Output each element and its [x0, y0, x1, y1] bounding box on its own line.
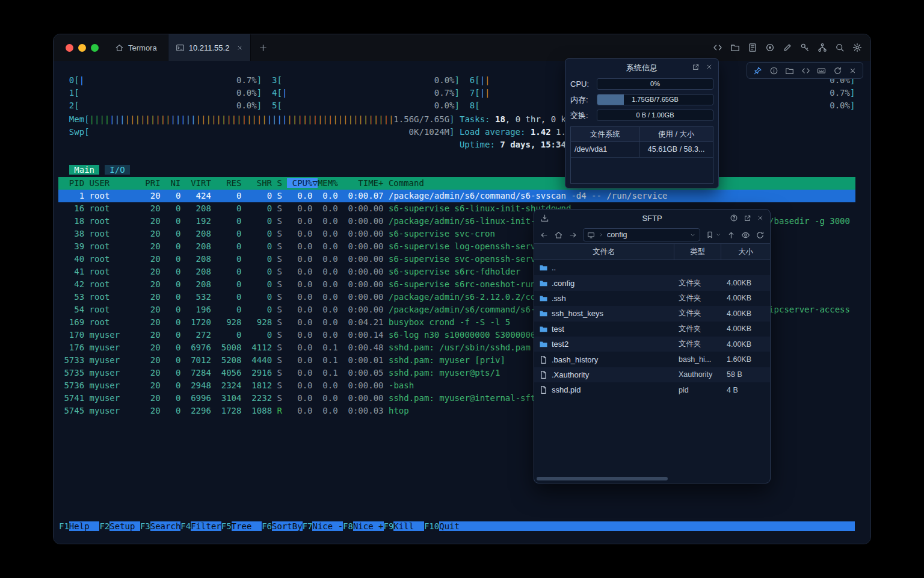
usage-col-header: 使用 / 大小 — [639, 127, 713, 141]
file-type: 文件夹 — [674, 306, 721, 321]
minimize-window-button[interactable] — [78, 44, 86, 52]
filename-col-header[interactable]: 文件名 — [534, 244, 674, 259]
code-icon[interactable] — [801, 66, 810, 75]
file-row[interactable]: .config文件夹4.00KB — [534, 275, 770, 290]
folder-icon — [539, 309, 548, 318]
file-row[interactable]: .XauthorityXauthority58 B — [534, 367, 770, 382]
file-icon — [539, 355, 548, 364]
keyboard-icon[interactable] — [817, 66, 826, 75]
file-name: test — [552, 325, 564, 334]
edit-icon[interactable] — [783, 43, 792, 52]
sftp-toolbar: config — [534, 226, 770, 243]
fkey-f2-setup[interactable]: F2Setup — [99, 521, 140, 531]
help-icon[interactable] — [730, 214, 738, 222]
transfers-icon[interactable] — [540, 214, 549, 223]
cpu-meter-row-1: 0[| 0.7%] 3[ 0.0%] 6[|| 0.0%] — [58, 74, 855, 87]
file-row[interactable]: sshd.pidpid4 B — [534, 382, 770, 397]
key-icon[interactable] — [800, 43, 810, 52]
fkey-f3-search[interactable]: F3Search — [140, 521, 180, 531]
fkey-f7-nice[interactable]: F7Nice - — [303, 521, 343, 531]
size-col-header[interactable]: 大小 — [721, 244, 770, 259]
file-name: ssh_host_keys — [552, 309, 603, 318]
back-icon[interactable] — [540, 231, 549, 240]
settings-icon[interactable] — [852, 43, 862, 52]
fkey-f9-kill[interactable]: F9Kill — [384, 521, 424, 531]
close-window-button[interactable] — [66, 44, 73, 52]
file-row[interactable]: .ssh文件夹4.00KB — [534, 291, 770, 306]
close-tab-icon[interactable] — [236, 45, 243, 51]
chevron-down-icon[interactable] — [689, 232, 696, 238]
process-table-header[interactable]: PID USER PRI NI VIRT RES SHR S CPU%▽MEM%… — [58, 177, 855, 190]
htop-tab-io[interactable]: I/O — [105, 165, 130, 175]
info-icon[interactable] — [769, 66, 778, 75]
forward-icon[interactable] — [568, 231, 578, 240]
refresh-icon[interactable] — [833, 66, 842, 75]
scrollbar-thumb[interactable] — [537, 477, 668, 480]
log-icon[interactable] — [748, 43, 757, 52]
branch-icon[interactable] — [818, 43, 827, 52]
show-hidden-icon[interactable] — [741, 231, 750, 240]
pin-icon[interactable] — [753, 66, 762, 75]
file-row[interactable]: ssh_host_keys文件夹4.00KB — [534, 306, 770, 321]
process-row-1[interactable]: 1 root 20 0 424 0 0 S 0.0 0.0 0:00.07 /p… — [58, 190, 855, 202]
refresh-icon[interactable] — [756, 231, 765, 240]
file-name: test2 — [552, 340, 568, 349]
filesystem-row[interactable]: /dev/vda1 45.61GB / 58.3... — [571, 142, 713, 158]
new-tab-button[interactable] — [259, 43, 268, 52]
terminal-icon — [176, 43, 185, 52]
folder-icon[interactable] — [730, 43, 740, 52]
tab-ssh-session[interactable]: 10.211.55.2 — [168, 34, 251, 61]
cpu-meter-row-3: 2[ 0.0%] 5[ 0.0%] 8[ 0.0%] — [58, 99, 855, 112]
search-icon[interactable] — [835, 43, 845, 52]
close-panel-icon[interactable] — [706, 63, 713, 70]
type-col-header[interactable]: 类型 — [674, 244, 721, 259]
parent-directory-icon[interactable] — [727, 231, 736, 240]
swap-meter-row: Swp[ 0K/1024M] Load average: 1.42 1.33 1… — [58, 126, 855, 138]
file-size: 58 B — [721, 367, 770, 382]
open-in-window-icon[interactable] — [692, 63, 700, 71]
file-name: sshd.pid — [552, 385, 581, 394]
cpu-usage-row: CPU: 0% — [570, 78, 713, 90]
file-row[interactable]: .bash_historybash_hi...1.60KB — [534, 352, 770, 367]
file-row[interactable]: .. — [534, 260, 770, 275]
close-sftp-icon[interactable] — [757, 214, 764, 222]
app-window: Termora 10.211.55.2 0[| 0.7%] — [53, 34, 871, 544]
home-icon[interactable] — [554, 231, 563, 240]
file-name: .. — [552, 263, 556, 272]
file-table-header[interactable]: 文件名 类型 大小 — [534, 243, 770, 260]
fkey-f5-tree[interactable]: F5Tree — [221, 521, 262, 531]
close-toolbar-icon[interactable] — [849, 67, 857, 75]
fkey-f10-quit[interactable]: F10Quit — [424, 521, 470, 531]
zoom-window-button[interactable] — [91, 44, 99, 52]
record-icon[interactable] — [765, 43, 775, 52]
file-name: .Xauthority — [552, 370, 589, 379]
file-type: Xauthority — [674, 367, 721, 382]
fkey-f4-filter[interactable]: F4Filter — [180, 521, 221, 531]
filesystem-usage: 45.61GB / 58.3... — [639, 142, 713, 157]
open-in-window-icon[interactable] — [744, 214, 751, 222]
folder-icon — [539, 340, 548, 349]
bookmarks-button[interactable] — [706, 231, 721, 239]
folder-icon — [539, 294, 548, 303]
file-icon — [539, 385, 548, 394]
folder-icon — [539, 325, 548, 334]
swap-label: 交换: — [570, 110, 594, 121]
titlebar: Termora 10.211.55.2 — [54, 34, 870, 61]
file-type — [674, 260, 721, 275]
folder-icon[interactable] — [785, 66, 794, 75]
path-breadcrumb[interactable]: config — [583, 228, 700, 241]
tab-termora-home[interactable]: Termora — [104, 34, 168, 61]
file-size: 4.00KB — [721, 275, 770, 290]
fkey-f8-nice[interactable]: F8Nice + — [343, 521, 383, 531]
file-size: 4.00KB — [721, 322, 770, 337]
file-type: 文件夹 — [674, 337, 721, 352]
chevron-down-icon — [715, 232, 721, 238]
fkey-f1-help[interactable]: F1Help — [59, 521, 99, 531]
sftp-file-list: ...config文件夹4.00KB.ssh文件夹4.00KBssh_host_… — [534, 260, 770, 398]
htop-tab-main[interactable]: Main — [69, 165, 100, 175]
horizontal-scrollbar[interactable] — [537, 477, 768, 481]
code-icon[interactable] — [713, 43, 722, 52]
fkey-f6-sortby[interactable]: F6SortBy — [262, 521, 302, 531]
file-row[interactable]: test文件夹4.00KB — [534, 322, 770, 337]
file-row[interactable]: test2文件夹4.00KB — [534, 337, 770, 352]
